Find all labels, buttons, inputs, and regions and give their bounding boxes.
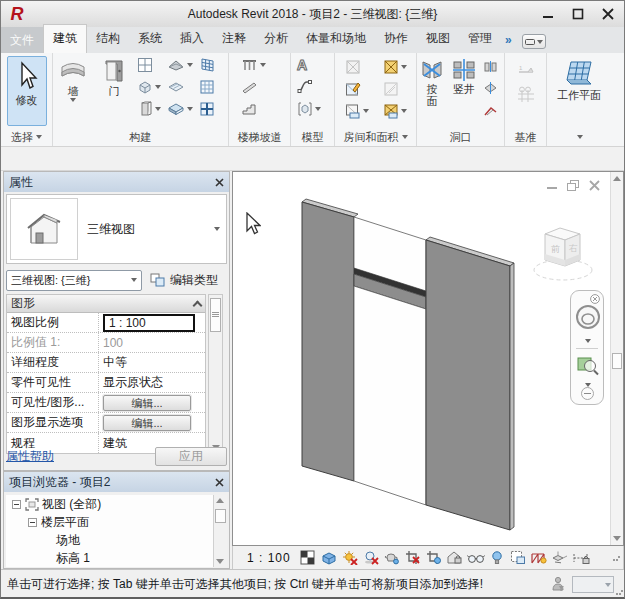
tree-item-views[interactable]: 视图 (全部) [6, 495, 227, 513]
tab-collaborate[interactable]: 协作 [375, 25, 417, 53]
wall-opening-button[interactable] [483, 57, 498, 74]
tag-room-button[interactable] [345, 80, 369, 97]
collapse-expander-icon[interactable] [12, 500, 21, 509]
crop-view-off-icon[interactable] [404, 549, 422, 567]
steering-wheel-icon[interactable] [575, 304, 601, 332]
tab-massing-site[interactable]: 体量和场地 [297, 25, 375, 53]
detail-level-icon[interactable] [299, 549, 317, 567]
apply-button[interactable]: 应用 [155, 447, 227, 466]
detail-level-value[interactable]: 中等 [99, 354, 205, 371]
properties-scrollbar[interactable] [208, 294, 223, 454]
tree-item-site[interactable]: 场地 [6, 531, 227, 549]
properties-titlebar[interactable]: 属性 [4, 172, 229, 192]
show-crop-icon[interactable] [425, 549, 443, 567]
temporary-view-properties-icon[interactable] [509, 549, 527, 567]
ribbon-display-toggle[interactable] [522, 34, 546, 49]
close-icon[interactable] [215, 478, 224, 487]
shadows-off-icon[interactable] [362, 549, 380, 567]
close-icon[interactable] [598, 5, 618, 22]
room-area-group-label[interactable]: 房间和面积 [335, 130, 416, 144]
chevron-down-icon[interactable] [585, 339, 591, 343]
shaft-button[interactable]: 竖井 [449, 56, 479, 128]
tab-annotate[interactable]: 注释 [213, 25, 255, 53]
collapse-icon[interactable] [193, 301, 203, 311]
mullion-button[interactable] [199, 100, 216, 117]
type-selector-dropdown[interactable]: 三维视图: {三维} [6, 270, 142, 291]
resize-grip[interactable] [613, 554, 620, 561]
selection-filter-dropdown[interactable] [572, 576, 614, 593]
workplane-group-expander[interactable] [547, 130, 613, 144]
model-line-button[interactable] [297, 78, 313, 95]
view-restore-icon[interactable] [567, 180, 580, 191]
visibility-edit-button[interactable]: 编辑... [103, 395, 191, 411]
tag-area-button-disabled[interactable] [383, 80, 407, 97]
maximize-icon[interactable] [568, 5, 588, 22]
tab-file[interactable]: 文件 [1, 27, 43, 53]
browser-scrollbar[interactable] [213, 495, 227, 567]
ceiling-button[interactable] [167, 78, 193, 95]
wall-button[interactable]: 墙 [55, 56, 91, 128]
graphic-display-edit-button[interactable]: 编辑... [103, 415, 191, 431]
column-button[interactable] [137, 100, 161, 117]
analytical-model-icon[interactable] [530, 549, 548, 567]
scroll-down-icon[interactable] [216, 559, 224, 564]
scroll-up-icon[interactable] [613, 176, 621, 181]
view-scale-input[interactable]: 1 : 100 [103, 314, 195, 332]
project-browser-titlebar[interactable]: 项目浏览器 - 项目2 [4, 472, 229, 492]
show-constraints-icon[interactable] [572, 549, 590, 567]
filter-icon[interactable] [550, 576, 566, 592]
zoom-icon[interactable] [577, 354, 599, 376]
displacement-icon[interactable] [551, 549, 569, 567]
navbar-collapse-icon[interactable] [581, 387, 594, 400]
level-button-disabled[interactable]: 1 [517, 60, 535, 77]
navigation-bar[interactable] [570, 290, 604, 405]
tab-architecture[interactable]: 建筑 [43, 24, 87, 53]
scrollbar-thumb[interactable] [215, 509, 226, 523]
resize-grip[interactable] [616, 588, 623, 595]
parts-visibility-value[interactable]: 显示原状态 [99, 374, 205, 391]
tree-item-floor-plans[interactable]: 楼层平面 [6, 513, 227, 531]
temporary-hide-isolate-icon[interactable] [467, 549, 485, 567]
railing-button[interactable] [241, 56, 266, 73]
viewport-scrollbar[interactable] [610, 172, 623, 545]
model-group-button[interactable] [297, 100, 321, 117]
curtain-system-button[interactable] [199, 56, 216, 73]
scroll-up-icon[interactable] [216, 498, 224, 503]
floor-button[interactable] [167, 100, 193, 117]
sun-path-off-icon[interactable] [341, 549, 359, 567]
render-icon[interactable] [383, 549, 401, 567]
window-button[interactable] [137, 56, 161, 73]
select-group-label[interactable]: 选择 [1, 130, 52, 144]
dormer-button[interactable] [483, 101, 498, 118]
opening-by-face-button[interactable]: 按面 [419, 56, 445, 128]
grid-button-disabled[interactable] [516, 86, 536, 103]
roof-button[interactable] [167, 56, 193, 73]
tab-systems[interactable]: 系统 [129, 25, 171, 53]
view-minimize-icon[interactable] [546, 180, 559, 191]
tab-manage[interactable]: 管理 [459, 25, 501, 53]
scrollbar-thumb[interactable] [210, 298, 221, 332]
edit-type-button[interactable]: 编辑类型 [150, 272, 218, 289]
workplane-set-button[interactable]: 工作平面 [549, 56, 609, 101]
tree-item-level-1[interactable]: 标高 1 [6, 549, 227, 567]
room-separator-button[interactable] [383, 58, 407, 75]
ramp-button[interactable] [241, 78, 258, 95]
model-text-button[interactable]: A [297, 56, 307, 73]
tab-insert[interactable]: 插入 [171, 25, 213, 53]
vertical-opening-button[interactable] [483, 79, 498, 96]
tab-structure[interactable]: 结构 [87, 25, 129, 53]
modify-button[interactable]: 修改 [7, 56, 47, 126]
minimize-icon[interactable] [538, 5, 558, 22]
reveal-hidden-icon[interactable] [488, 549, 506, 567]
component-button[interactable] [137, 78, 161, 95]
navbar-close-icon[interactable] [590, 294, 600, 304]
tab-analyze[interactable]: 分析 [255, 25, 297, 53]
stairs-button[interactable] [241, 100, 258, 117]
curtain-grid-button[interactable] [199, 78, 216, 95]
collapse-expander-icon[interactable] [28, 518, 37, 527]
type-selector-preview[interactable]: 三维视图 [6, 194, 227, 264]
tab-view[interactable]: 视图 [417, 25, 459, 53]
scroll-down-icon[interactable] [613, 536, 621, 541]
view-scale-button[interactable]: 1 : 100 [247, 551, 291, 565]
room-button-disabled[interactable] [345, 58, 369, 75]
